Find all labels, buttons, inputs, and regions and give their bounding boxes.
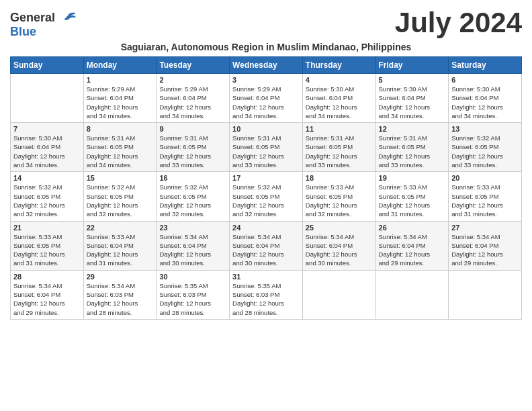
day-cell	[11, 74, 84, 123]
day-cell: 19Sunrise: 5:33 AM Sunset: 6:05 PM Dayli…	[375, 172, 449, 221]
day-number: 24	[232, 224, 300, 232]
day-info: Sunrise: 5:32 AM Sunset: 6:05 PM Dayligh…	[87, 183, 154, 218]
day-number: 27	[451, 224, 519, 232]
header-thursday: Thursday	[302, 57, 375, 74]
day-number: 30	[159, 273, 226, 281]
day-cell: 16Sunrise: 5:32 AM Sunset: 6:05 PM Dayli…	[157, 172, 230, 221]
day-number: 8	[87, 125, 154, 133]
logo-bird-icon	[58, 11, 77, 25]
day-info: Sunrise: 5:32 AM Sunset: 6:05 PM Dayligh…	[232, 183, 300, 218]
day-info: Sunrise: 5:33 AM Sunset: 6:05 PM Dayligh…	[379, 183, 446, 218]
day-info: Sunrise: 5:34 AM Sunset: 6:04 PM Dayligh…	[232, 232, 300, 268]
week-row-4: 21Sunrise: 5:33 AM Sunset: 6:05 PM Dayli…	[11, 221, 522, 270]
day-info: Sunrise: 5:30 AM Sunset: 6:04 PM Dayligh…	[306, 85, 373, 120]
day-number: 2	[159, 76, 226, 84]
day-number: 11	[306, 125, 373, 133]
month-title: July 2024	[395, 7, 522, 39]
day-number: 19	[379, 174, 446, 182]
header: General Blue July 2024	[10, 7, 522, 39]
day-number: 7	[13, 125, 81, 133]
day-cell: 30Sunrise: 5:35 AM Sunset: 6:03 PM Dayli…	[157, 270, 230, 319]
day-info: Sunrise: 5:34 AM Sunset: 6:04 PM Dayligh…	[379, 232, 446, 268]
day-number: 16	[159, 174, 226, 182]
header-wednesday: Wednesday	[230, 57, 303, 74]
day-cell: 5Sunrise: 5:30 AM Sunset: 6:04 PM Daylig…	[375, 74, 449, 123]
day-cell: 29Sunrise: 5:34 AM Sunset: 6:03 PM Dayli…	[83, 270, 157, 319]
day-info: Sunrise: 5:34 AM Sunset: 6:03 PM Dayligh…	[87, 281, 154, 317]
day-cell: 27Sunrise: 5:34 AM Sunset: 6:04 PM Dayli…	[449, 221, 522, 270]
day-info: Sunrise: 5:33 AM Sunset: 6:05 PM Dayligh…	[13, 232, 81, 268]
day-number: 29	[87, 273, 154, 281]
day-cell: 3Sunrise: 5:29 AM Sunset: 6:04 PM Daylig…	[230, 74, 303, 123]
day-info: Sunrise: 5:33 AM Sunset: 6:05 PM Dayligh…	[306, 183, 373, 218]
day-cell: 18Sunrise: 5:33 AM Sunset: 6:05 PM Dayli…	[302, 172, 375, 221]
day-number: 4	[306, 76, 373, 84]
header-friday: Friday	[375, 57, 449, 74]
header-saturday: Saturday	[449, 57, 522, 74]
day-cell: 1Sunrise: 5:29 AM Sunset: 6:04 PM Daylig…	[83, 74, 157, 123]
header-tuesday: Tuesday	[157, 57, 230, 74]
day-cell	[375, 270, 449, 319]
day-number: 31	[232, 273, 300, 281]
day-info: Sunrise: 5:31 AM Sunset: 6:05 PM Dayligh…	[232, 134, 300, 169]
calendar-body: 1Sunrise: 5:29 AM Sunset: 6:04 PM Daylig…	[11, 74, 522, 320]
day-info: Sunrise: 5:33 AM Sunset: 6:04 PM Dayligh…	[87, 232, 154, 268]
day-info: Sunrise: 5:35 AM Sunset: 6:03 PM Dayligh…	[159, 281, 226, 317]
day-cell: 26Sunrise: 5:34 AM Sunset: 6:04 PM Dayli…	[375, 221, 449, 270]
day-info: Sunrise: 5:30 AM Sunset: 6:04 PM Dayligh…	[379, 85, 446, 120]
day-number: 9	[159, 125, 226, 133]
day-number: 23	[159, 224, 226, 232]
week-row-2: 7Sunrise: 5:30 AM Sunset: 6:04 PM Daylig…	[11, 123, 522, 172]
day-cell	[302, 270, 375, 319]
day-info: Sunrise: 5:34 AM Sunset: 6:04 PM Dayligh…	[13, 281, 81, 317]
day-cell: 8Sunrise: 5:31 AM Sunset: 6:05 PM Daylig…	[83, 123, 157, 172]
day-cell: 4Sunrise: 5:30 AM Sunset: 6:04 PM Daylig…	[302, 74, 375, 123]
day-number: 17	[232, 174, 300, 182]
day-cell: 2Sunrise: 5:29 AM Sunset: 6:04 PM Daylig…	[157, 74, 230, 123]
day-info: Sunrise: 5:34 AM Sunset: 6:04 PM Dayligh…	[451, 232, 519, 268]
day-cell: 13Sunrise: 5:32 AM Sunset: 6:05 PM Dayli…	[449, 123, 522, 172]
week-row-3: 14Sunrise: 5:32 AM Sunset: 6:05 PM Dayli…	[11, 172, 522, 221]
day-info: Sunrise: 5:29 AM Sunset: 6:04 PM Dayligh…	[232, 85, 300, 120]
logo-general: General	[10, 11, 55, 25]
day-number: 26	[379, 224, 446, 232]
day-cell: 10Sunrise: 5:31 AM Sunset: 6:05 PM Dayli…	[230, 123, 303, 172]
day-info: Sunrise: 5:33 AM Sunset: 6:05 PM Dayligh…	[451, 183, 519, 218]
calendar-header-row: SundayMondayTuesdayWednesdayThursdayFrid…	[11, 57, 522, 74]
week-row-1: 1Sunrise: 5:29 AM Sunset: 6:04 PM Daylig…	[11, 74, 522, 123]
day-cell: 21Sunrise: 5:33 AM Sunset: 6:05 PM Dayli…	[11, 221, 84, 270]
day-cell: 23Sunrise: 5:34 AM Sunset: 6:04 PM Dayli…	[157, 221, 230, 270]
day-number: 13	[451, 125, 519, 133]
day-cell: 25Sunrise: 5:34 AM Sunset: 6:04 PM Dayli…	[302, 221, 375, 270]
day-info: Sunrise: 5:31 AM Sunset: 6:05 PM Dayligh…	[379, 134, 446, 169]
week-row-5: 28Sunrise: 5:34 AM Sunset: 6:04 PM Dayli…	[11, 270, 522, 319]
subtitle: Saguiaran, Autonomous Region in Muslim M…	[10, 42, 522, 52]
day-cell: 15Sunrise: 5:32 AM Sunset: 6:05 PM Dayli…	[83, 172, 157, 221]
day-info: Sunrise: 5:32 AM Sunset: 6:05 PM Dayligh…	[13, 183, 81, 218]
day-number: 15	[87, 174, 154, 182]
day-info: Sunrise: 5:29 AM Sunset: 6:04 PM Dayligh…	[159, 85, 226, 120]
day-number: 3	[232, 76, 300, 84]
day-cell: 6Sunrise: 5:30 AM Sunset: 6:04 PM Daylig…	[449, 74, 522, 123]
day-cell: 7Sunrise: 5:30 AM Sunset: 6:04 PM Daylig…	[11, 123, 84, 172]
header-monday: Monday	[83, 57, 157, 74]
day-info: Sunrise: 5:32 AM Sunset: 6:05 PM Dayligh…	[159, 183, 226, 218]
day-cell: 24Sunrise: 5:34 AM Sunset: 6:04 PM Dayli…	[230, 221, 303, 270]
day-info: Sunrise: 5:34 AM Sunset: 6:04 PM Dayligh…	[159, 232, 226, 268]
day-info: Sunrise: 5:31 AM Sunset: 6:05 PM Dayligh…	[159, 134, 226, 169]
day-cell: 12Sunrise: 5:31 AM Sunset: 6:05 PM Dayli…	[375, 123, 449, 172]
day-info: Sunrise: 5:35 AM Sunset: 6:03 PM Dayligh…	[232, 281, 300, 317]
calendar-table: SundayMondayTuesdayWednesdayThursdayFrid…	[10, 56, 522, 320]
logo: General Blue	[10, 11, 77, 39]
logo-blue: Blue	[10, 25, 36, 39]
header-sunday: Sunday	[11, 57, 84, 74]
day-info: Sunrise: 5:29 AM Sunset: 6:04 PM Dayligh…	[87, 85, 154, 120]
day-number: 5	[379, 76, 446, 84]
day-number: 12	[379, 125, 446, 133]
day-info: Sunrise: 5:30 AM Sunset: 6:04 PM Dayligh…	[13, 134, 81, 169]
day-number: 10	[232, 125, 300, 133]
day-cell: 22Sunrise: 5:33 AM Sunset: 6:04 PM Dayli…	[83, 221, 157, 270]
day-number: 21	[13, 224, 81, 232]
day-number: 20	[451, 174, 519, 182]
day-number: 1	[87, 76, 154, 84]
